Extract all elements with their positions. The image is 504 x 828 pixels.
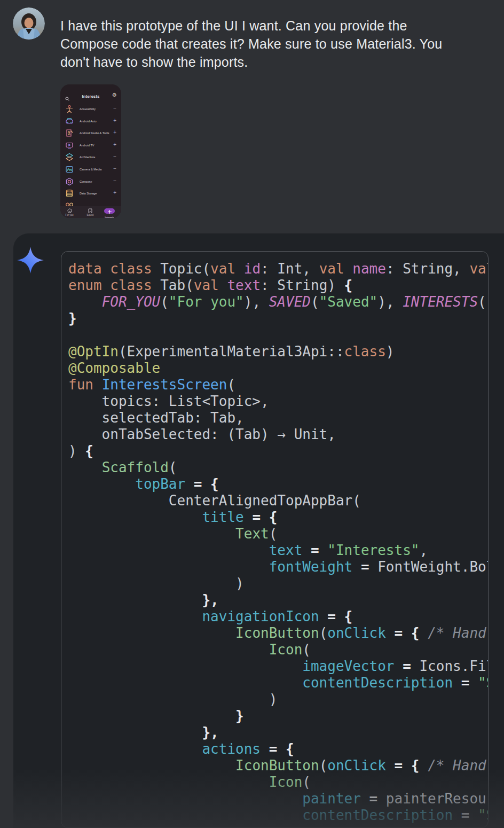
for-you-icon xyxy=(60,207,78,213)
storage-icon xyxy=(65,189,74,198)
topic-label: Camera & Media xyxy=(80,168,101,171)
code-block[interactable]: data class Topic(val id: Int, val name: … xyxy=(61,251,489,828)
camera-icon xyxy=(65,165,74,174)
code-line: CenterAlignedTopAppBar( xyxy=(68,493,488,509)
topic-row[interactable]: Architecture− xyxy=(65,152,117,163)
tv-icon xyxy=(65,141,74,150)
code-line: }, xyxy=(68,724,488,741)
topic-toggle-button[interactable]: + xyxy=(113,190,116,196)
code-line: text = "Interests", xyxy=(68,542,488,559)
code-line: actions = { xyxy=(68,741,488,757)
saved-icon xyxy=(81,207,99,213)
nav-label: For you xyxy=(60,214,78,216)
topic-row[interactable]: Android Studio & Tools+ xyxy=(65,128,117,139)
code-line: Icon( xyxy=(68,774,488,791)
topic-toggle-button[interactable]: + xyxy=(113,118,116,123)
phone-topbar: Interests ⚙ xyxy=(60,93,121,101)
code-line: navigationIcon = { xyxy=(68,608,488,625)
user-message-line: Compose code that creates it? Make sure … xyxy=(60,35,487,53)
user-avatar xyxy=(13,7,45,40)
topic-toggle-button[interactable]: − xyxy=(113,178,116,184)
phone-bottom-nav: For youSavedInterests xyxy=(60,206,121,218)
nav-item-interests[interactable]: Interests xyxy=(100,206,119,218)
topic-row[interactable]: Camera & Media− xyxy=(65,164,117,176)
code-line: IconButton(onClick = { /* Handl xyxy=(68,625,488,642)
topic-label: Android TV xyxy=(80,144,94,147)
topic-row[interactable]: Accessibility− xyxy=(65,104,117,115)
topic-label: Android Auto xyxy=(80,120,97,123)
code-line: FOR_YOU("For you"), SAVED("Saved"), INTE… xyxy=(68,294,488,310)
selected-pill xyxy=(104,208,115,214)
code-line: topics: List<Topic>, xyxy=(68,393,488,410)
topic-toggle-button[interactable]: − xyxy=(113,153,116,159)
code-line: ) { xyxy=(68,443,488,459)
nav-item-saved[interactable]: Saved xyxy=(81,206,99,216)
code-line: }, xyxy=(68,592,488,608)
code-line: onTabSelected: (Tab) → Unit, xyxy=(68,426,488,443)
code-line: Icon( xyxy=(68,642,488,658)
topic-row[interactable]: Android TV+ xyxy=(65,140,117,152)
code-line: contentDescription = "S xyxy=(68,807,488,824)
compose-icon xyxy=(65,177,74,186)
code-line: } xyxy=(68,708,488,724)
topic-label: Compose xyxy=(80,180,92,183)
topic-toggle-button[interactable]: + xyxy=(113,129,116,135)
code-line: ) xyxy=(68,691,488,708)
code-line xyxy=(68,327,488,343)
code-line: topBar = { xyxy=(68,476,488,493)
nav-item-for-you[interactable]: For you xyxy=(60,206,78,216)
user-message-line: don't have to show the imports. xyxy=(60,53,487,71)
topic-row[interactable]: Data Storage+ xyxy=(65,188,117,200)
car-icon xyxy=(65,117,74,126)
code-line: enum class Tab(val text: String) { xyxy=(68,277,488,294)
code-line: imageVector = Icons.Fill xyxy=(68,658,488,675)
code-line: data class Topic(val id: Int, val name: … xyxy=(68,261,488,277)
chat-page: { "palette": { "page_bg": "#2E3034", "bu… xyxy=(0,0,504,828)
code-line: @OptIn(ExperimentalMaterial3Api::class) xyxy=(68,343,488,360)
user-message-text: I have this prototype of the UI I want. … xyxy=(60,17,487,71)
code-line: @Composable xyxy=(68,360,488,377)
user-message-line: I have this prototype of the UI I want. … xyxy=(60,17,487,35)
code-line: fontWeight = FontWeight.Bol xyxy=(68,559,488,575)
topic-label: Accessibility xyxy=(80,107,96,111)
architecture-icon xyxy=(65,153,74,161)
assistant-sparkle-icon xyxy=(17,246,44,274)
code-line: ) xyxy=(68,575,488,592)
code-line: selectedTab: Tab, xyxy=(68,410,488,426)
topic-label: Android Studio & Tools xyxy=(80,131,109,135)
topic-row[interactable]: Android Auto+ xyxy=(65,116,117,128)
code-line: fun InterestsScreen( xyxy=(68,377,488,393)
nav-label: Interests xyxy=(100,216,119,218)
topic-row[interactable]: Compose− xyxy=(65,176,117,188)
tools-icon xyxy=(65,129,74,137)
topic-label: Architecture xyxy=(80,155,95,159)
topic-toggle-button[interactable]: − xyxy=(113,166,116,171)
code-line: Text( xyxy=(68,526,488,542)
code-line: contentDescription = "S xyxy=(68,675,488,691)
code-line: } xyxy=(68,310,488,327)
code-line: painter = painterResour xyxy=(68,791,488,807)
code-line: Scaffold( xyxy=(68,459,488,476)
code-content: data class Topic(val id: Int, val name: … xyxy=(68,261,488,824)
topic-toggle-button[interactable]: − xyxy=(113,105,116,111)
accessibility-icon xyxy=(65,105,74,113)
topic-toggle-button[interactable]: + xyxy=(113,142,116,147)
attachment-phone-thumbnail[interactable]: Interests ⚙ Accessibility−Android Auto+A… xyxy=(60,84,121,218)
code-line: title = { xyxy=(68,509,488,526)
code-line: IconButton(onClick = { /* Handl xyxy=(68,757,488,774)
settings-gear-icon: ⚙ xyxy=(112,92,117,98)
topic-label: Data Storage xyxy=(80,192,97,195)
nav-label: Saved xyxy=(81,214,99,216)
